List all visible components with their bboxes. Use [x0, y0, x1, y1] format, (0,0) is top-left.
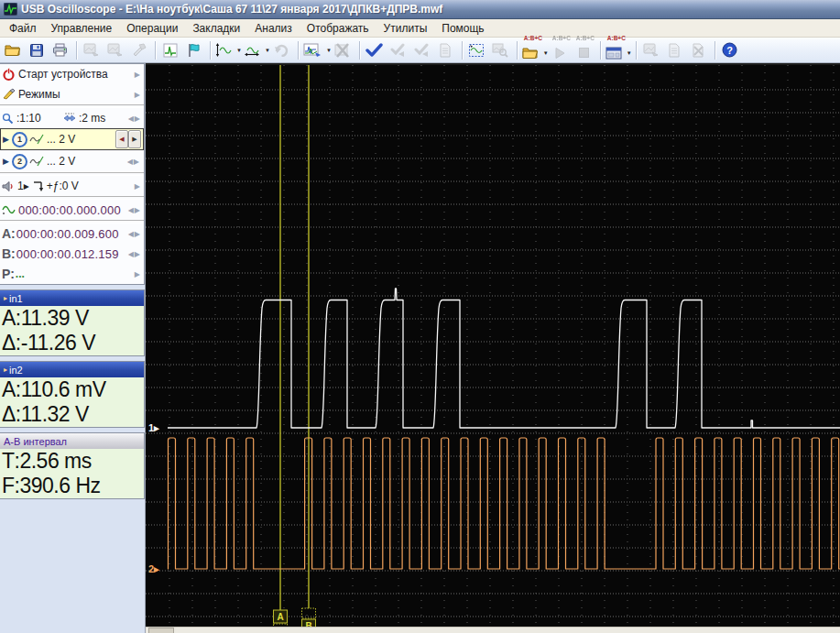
panel-title: in1	[9, 293, 23, 304]
start-device-label: Старт устройства	[18, 68, 108, 81]
window-titlebar[interactable]: USB Oscilloscope - E:\На ноутбук\Саша 67…	[0, 0, 840, 19]
adjust-arrows-icon[interactable]: ◀▶	[128, 115, 141, 123]
position-time-row[interactable]: 000:00:00.000.000 ◀▶	[0, 200, 144, 220]
expand-arrow-icon[interactable]: ▶	[135, 270, 141, 278]
abc-settings-button[interactable]: A:B+C▼	[605, 35, 633, 66]
cursor-b-row[interactable]: B: 000:00:00.012.159 ◀▶	[0, 244, 144, 264]
window-title: USB Oscilloscope - E:\На ноутбук\Саша 67…	[21, 3, 442, 16]
dropdown-arrow-icon[interactable]: ▼	[326, 48, 332, 53]
timebase-icon	[63, 113, 76, 124]
trigger-row[interactable]: 1▸ +ƒ:0 V ▶	[0, 176, 144, 196]
delete-doc-button	[688, 38, 712, 62]
channel-2-badge: 2	[12, 154, 27, 169]
waveform-canvas[interactable]: 1▸2▸AB	[146, 65, 840, 633]
scrollbar-thumb[interactable]	[148, 628, 174, 633]
remove-waveform-button	[333, 38, 356, 62]
expand-arrow-icon[interactable]: ▶	[135, 71, 141, 79]
abc-mini-label: A:B+C	[607, 35, 626, 41]
adjust-arrows-icon[interactable]: ◀▶	[128, 230, 141, 238]
channel-1-inc-button[interactable]: ▶	[128, 130, 141, 148]
stretch-horizontal-button[interactable]: ▼	[243, 38, 271, 62]
overlay-waveforms-button[interactable]: ▼	[302, 38, 333, 62]
timebase-value[interactable]: :2 ms	[79, 112, 105, 125]
panel-header[interactable]: ▸in1	[0, 290, 144, 306]
export-image-2-icon	[107, 43, 123, 57]
undo-icon	[274, 43, 289, 57]
adjust-arrows-icon[interactable]: ◀▶	[128, 206, 141, 214]
menu-item-закладки[interactable]: Закладки	[185, 21, 247, 36]
build-tool-button	[128, 38, 152, 62]
measure-panel-in1: ▸in1 A:11.39 V Δ:-11.26 V	[0, 289, 145, 356]
export-image-2-button	[104, 38, 128, 62]
channel-1-dec-button[interactable]: ◀	[115, 130, 128, 148]
horizontal-scrollbar[interactable]	[146, 627, 840, 633]
toolbar-separator	[715, 41, 716, 60]
open-file-icon	[5, 43, 21, 58]
menu-item-отображать[interactable]: Отображать	[300, 21, 376, 36]
dropdown-arrow-icon[interactable]: ▼	[543, 50, 549, 56]
probe-ratio-value[interactable]: :1:10	[16, 112, 41, 125]
menu-item-помощь[interactable]: Помощь	[434, 21, 491, 36]
apply-check-icon	[365, 43, 383, 57]
start-device-button[interactable]: Старт устройства ▶	[0, 64, 144, 84]
cursor-b-prefix: B:	[2, 246, 16, 261]
app-icon	[4, 3, 17, 16]
scale-row: :1:10 :2 ms ◀▶	[0, 108, 144, 128]
marker-frame-icon	[468, 43, 485, 58]
cursor-a-row[interactable]: A: 000:00:00.009.600 ◀▶	[0, 224, 144, 244]
menu-item-анализ[interactable]: Анализ	[247, 21, 300, 36]
channel-1-marker[interactable]: 1▸	[148, 422, 159, 433]
apply-check-button[interactable]	[364, 38, 387, 62]
p-row[interactable]: Р: ... ▶	[0, 264, 144, 284]
open-file-button[interactable]	[2, 38, 26, 62]
menu-item-файл[interactable]: Файл	[2, 21, 44, 36]
adjust-arrows-icon[interactable]: ◀▶	[127, 158, 140, 166]
save-file-button[interactable]	[26, 38, 49, 62]
menu-item-операции[interactable]: Операции	[119, 21, 185, 36]
measurement-value: F:390.6 Hz	[0, 474, 144, 498]
pulse-marker-button[interactable]	[159, 38, 183, 62]
stretch-vertical-button[interactable]: ▼	[214, 38, 243, 62]
control-panel: Старт устройства ▶ Режимы ▶	[0, 63, 145, 285]
print-button[interactable]	[49, 38, 73, 62]
doc-view-button	[664, 38, 688, 62]
check-back-button	[411, 38, 435, 62]
measurement-value: Т:2.56 ms	[0, 449, 144, 474]
channel-2-marker[interactable]: 2▸	[148, 563, 159, 574]
modes-button[interactable]: Режимы ▶	[0, 84, 144, 104]
dropdown-arrow-icon[interactable]: ▼	[236, 48, 242, 53]
abc-mini-label: A:B+C	[576, 35, 595, 41]
channel-2-row[interactable]: ▶ 2 ... 2 V ◀▶	[0, 150, 144, 172]
scope-display[interactable]: 1▸2▸AB	[146, 63, 840, 633]
toolbar-separator	[462, 41, 464, 60]
panel-arrow-icon: ▸	[4, 294, 7, 302]
menu-item-утилиты[interactable]: Утилиты	[376, 21, 435, 36]
expand-arrow-icon[interactable]: ▶	[135, 182, 141, 191]
expand-arrow-icon[interactable]: ▶	[135, 91, 141, 99]
trigger-level[interactable]: +ƒ:0 V	[47, 180, 79, 192]
menu-item-управление[interactable]: Управление	[44, 21, 120, 36]
abc-open-button[interactable]: A:B+C▼	[521, 35, 550, 66]
dropdown-arrow-icon[interactable]: ▼	[627, 50, 632, 56]
marker-frame-button[interactable]	[466, 38, 490, 62]
dropdown-arrow-icon[interactable]: ▼	[265, 48, 270, 53]
channel-arrow-icon: ▶	[3, 135, 9, 144]
measurement-value: A:110.6 mV	[0, 377, 144, 402]
channel-arrow-icon: ▶	[3, 157, 9, 166]
modes-label: Режимы	[18, 88, 60, 101]
build-tool-icon	[132, 43, 147, 57]
trigger-source[interactable]: 1▸	[17, 180, 29, 192]
help-button[interactable]: ?	[719, 38, 743, 62]
stretch-vertical-icon	[215, 42, 232, 58]
stretch-horizontal-icon	[244, 44, 260, 57]
image-view-button	[640, 38, 664, 62]
panel-header[interactable]: A-B интервал	[0, 433, 144, 449]
toolbar-separator	[76, 41, 78, 60]
measurement-value: A:11.39 V	[0, 306, 144, 331]
channel-1-row[interactable]: ▶ 1 ... 2 V ◀ ▶	[0, 128, 144, 150]
bookmark-flag-button[interactable]	[183, 38, 207, 62]
channel-2-range[interactable]: ... 2 V	[47, 155, 75, 168]
channel-1-range[interactable]: ... 2 V	[47, 133, 75, 146]
panel-header[interactable]: ▸in2	[0, 362, 144, 377]
adjust-arrows-icon[interactable]: ◀▶	[128, 250, 141, 258]
